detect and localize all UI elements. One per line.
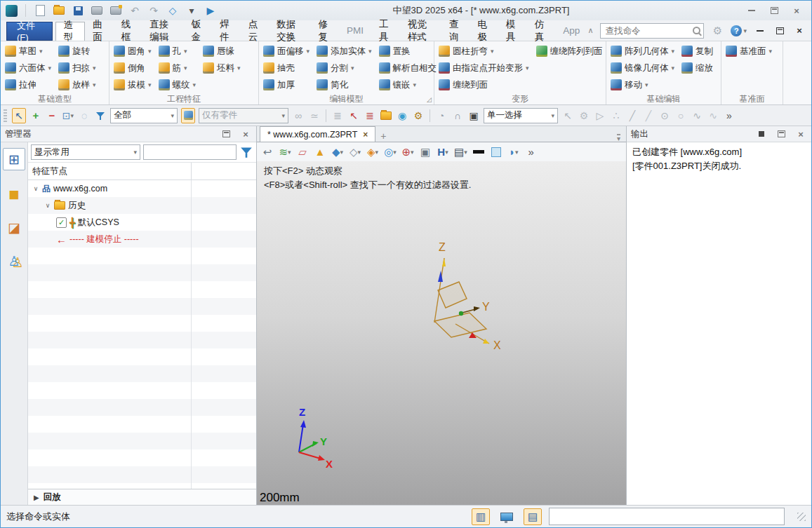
close-button[interactable]: ×	[790, 4, 803, 18]
command-search-input[interactable]	[604, 25, 693, 36]
tab-电极[interactable]: 电极	[470, 20, 499, 41]
image-capture-button[interactable]: ◉	[396, 109, 408, 123]
toolbar-overflow-button[interactable]: »	[723, 109, 736, 123]
ribbon-item-hole[interactable]: 孔▾	[156, 43, 199, 60]
tab-线框[interactable]: 线框	[114, 20, 142, 41]
command-log-button[interactable]: ▤	[524, 508, 542, 525]
select-tool-button[interactable]: ↖	[12, 108, 26, 123]
regen-button[interactable]: ◇	[166, 4, 179, 18]
file-menu-button[interactable]: 文件(F)	[6, 22, 53, 41]
tab-工具[interactable]: 工具	[371, 20, 400, 41]
ribbon-item-sweep[interactable]: 扫掠▾	[55, 60, 99, 76]
ribbon-item-move[interactable]: 移动▾	[608, 76, 677, 93]
resize-grip[interactable]	[797, 513, 806, 521]
remove-selection-button[interactable]: −	[46, 109, 58, 123]
tab-钣金[interactable]: 钣金	[184, 20, 213, 41]
tab-shape-active[interactable]: 造型	[55, 22, 86, 41]
ribbon-item-inlay[interactable]: 镶嵌▾	[376, 76, 440, 93]
history-manager-tab[interactable]: ⊞	[3, 148, 25, 170]
model-canvas[interactable]: 按下<F2> 动态观察 <F8>或者<Shift-roll> 查找下一个有效的过…	[257, 161, 626, 505]
ribbon-item-divide[interactable]: 分割▾	[314, 60, 375, 76]
ribbon-item-simplify[interactable]: 简化	[314, 76, 375, 93]
tab-修复[interactable]: 修复	[311, 20, 340, 41]
ribbon-item-wrap-pattern-to-face[interactable]: 缠绕阵列到面	[533, 43, 606, 60]
help-button[interactable]: ?▾	[731, 24, 747, 38]
curve-pick-button[interactable]: ∩	[451, 109, 464, 123]
monitor-view-button[interactable]: ▤▾	[454, 145, 467, 159]
toolbar-toggle-button[interactable]: ▥	[472, 508, 490, 525]
tab-PMI[interactable]: PMI	[339, 20, 371, 41]
new-tab-button[interactable]: +	[375, 130, 391, 142]
default-csys-graphic[interactable]: Z Y X	[415, 238, 534, 361]
replay-footer[interactable]: ▶ 回放	[28, 489, 256, 505]
tree-filter-dropdown[interactable]: 显示常用▾	[31, 144, 140, 160]
rotate-target-button[interactable]: ⊕▾	[401, 145, 414, 159]
document-tab[interactable]: * www.x6g.com.Z3PRT ×	[260, 126, 375, 142]
tab-焊件[interactable]: 焊件	[212, 20, 241, 41]
filter-list-button[interactable]	[94, 109, 107, 123]
output-close-button[interactable]: ×	[794, 127, 807, 141]
ribbon-item-add-solid[interactable]: 添加实体▾	[314, 43, 375, 60]
ribbon-item-replace[interactable]: 置换	[376, 43, 440, 60]
mdi-minimize-button[interactable]	[754, 24, 766, 38]
manager-restore-button[interactable]	[220, 127, 232, 141]
wireframe-view-button[interactable]: ◇▾	[349, 145, 361, 159]
tree-item[interactable]: ✓╋默认CSYS	[28, 214, 256, 231]
ribbon-item-lip[interactable]: 唇缘	[200, 43, 244, 60]
print-button[interactable]	[91, 4, 103, 18]
drag-handle[interactable]	[4, 109, 7, 122]
ribbon-item-resolve-self-intersect[interactable]: 解析自相交	[376, 60, 440, 76]
tab-直接编辑[interactable]: 直接编辑	[142, 20, 183, 41]
wedge-view-button[interactable]: ◗▾	[507, 145, 520, 159]
ribbon-item-copy[interactable]: 复制	[679, 43, 716, 60]
new-file-button[interactable]	[34, 4, 46, 18]
checkbox-checked-icon[interactable]: ✓	[56, 217, 67, 228]
ribbon-item-face-offset[interactable]: 面偏移▾	[260, 43, 312, 60]
tab-list-dropdown[interactable]: ▾	[617, 134, 620, 142]
ribbon-item-mirror-geometry[interactable]: 镜像几何体▾	[608, 60, 677, 76]
restore-button[interactable]	[768, 4, 780, 18]
ribbon-item-draft[interactable]: 拔模▾	[111, 76, 154, 93]
expand-chevron-icon[interactable]: ∨	[44, 202, 51, 209]
close-tab-icon[interactable]: ×	[363, 130, 368, 140]
pick-region-button[interactable]: ⊡▾	[62, 109, 74, 123]
settings-gear-icon[interactable]: ⚙	[711, 24, 724, 38]
ribbon-item-rib[interactable]: 筋▾	[156, 60, 199, 76]
datum-pyramid-button[interactable]: ▲	[314, 145, 326, 159]
tab-点云[interactable]: 点云	[241, 20, 269, 41]
role-manager-tab[interactable]: ♙	[4, 250, 25, 271]
selection-manager-button[interactable]: ≣	[364, 109, 376, 123]
settings-gear-button[interactable]: ⚙	[412, 109, 425, 123]
tree-item[interactable]: ∨品www.x6g.com	[28, 180, 256, 197]
ribbon-item-shell[interactable]: 抽壳	[260, 60, 312, 76]
visual-manager-tab[interactable]: ◪	[4, 217, 25, 238]
ribbon-item-cylindrical-bend[interactable]: 圆柱折弯▾	[436, 43, 532, 60]
expand-chevron-icon[interactable]: ∨	[32, 185, 39, 192]
tab-仿真[interactable]: 仿真	[527, 20, 556, 41]
ribbon-item-box[interactable]: 六面体▾	[2, 60, 54, 76]
tab-数据交换[interactable]: 数据交换	[269, 20, 310, 41]
open-file-button[interactable]	[53, 4, 65, 18]
minimize-button[interactable]	[745, 4, 758, 18]
selection-mode-dropdown[interactable]: 单一选择▾	[484, 108, 558, 123]
lasso-button[interactable]: ◌	[78, 109, 91, 123]
ribbon-item-wrap-to-face[interactable]: 缠绕到面	[436, 76, 532, 93]
ribbon-item-deform-from-point[interactable]: 由指定点开始变形▾	[436, 60, 532, 76]
print-batch-button[interactable]	[109, 4, 122, 18]
polygon-view-button[interactable]: ◈▾	[366, 145, 379, 159]
align-plane-button[interactable]: H▾	[437, 145, 449, 159]
undo-button[interactable]: ↶	[128, 4, 141, 18]
redo-button[interactable]: ↷	[147, 4, 160, 18]
ribbon-item-loft[interactable]: 放样▾	[55, 76, 99, 93]
collapse-ribbon-icon[interactable]: ∧	[587, 26, 593, 35]
window-view-button[interactable]: ▣	[419, 145, 432, 159]
tree-item[interactable]: ∨历史	[28, 197, 256, 214]
vtoolbar-overflow-button[interactable]: »	[525, 145, 538, 159]
tree-funnel-icon[interactable]	[241, 147, 252, 158]
save-button[interactable]	[72, 4, 84, 18]
tree-search-input[interactable]	[143, 144, 237, 160]
ribbon-item-chamfer[interactable]: 倒角	[111, 60, 154, 76]
exit-view-button[interactable]: ↩	[261, 145, 274, 159]
tree-item[interactable]: ←----- 建模停止 -----	[28, 231, 256, 248]
ribbon-item-scale[interactable]: 缩放	[679, 60, 716, 76]
